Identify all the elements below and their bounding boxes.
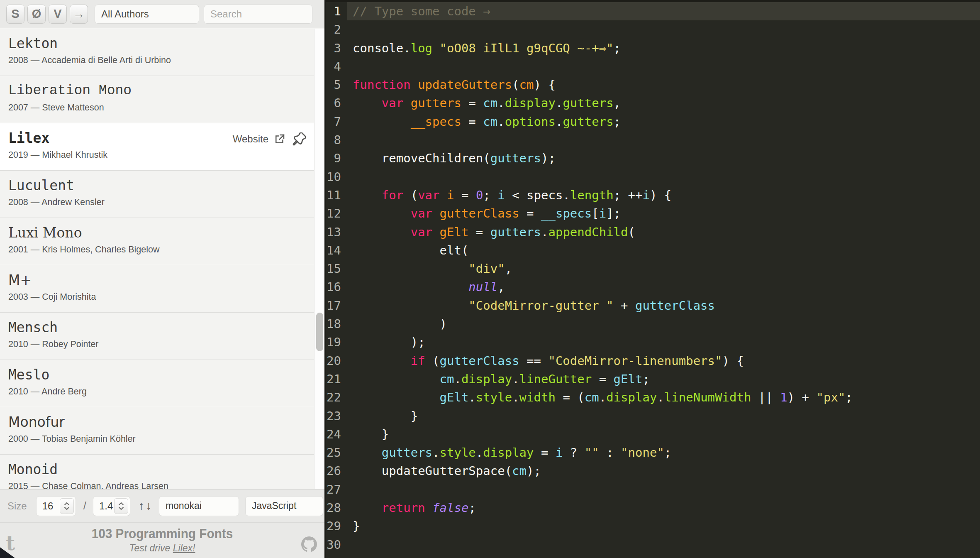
code-text[interactable] [347, 20, 980, 39]
chevron-down-icon [64, 507, 70, 510]
line-number: 15 [326, 259, 347, 278]
toolbar-buttons: SØV→ [6, 5, 91, 24]
font-list-item[interactable]: Monoid2015 — Chase Colman, Andreas Larse… [0, 455, 314, 489]
font-list-item[interactable]: Luxi Mono2001 — Kris Holmes, Charles Big… [0, 218, 314, 265]
code-text[interactable]: // Type some code → [347, 2, 980, 20]
code-text[interactable]: cm.display.lineGutter = gElt; [347, 370, 980, 388]
code-text[interactable]: "CodeMirror-gutter " + gutterClass [347, 296, 980, 315]
code-text[interactable]: "div", [347, 259, 980, 278]
font-list-item[interactable]: Luculent2008 — Andrew Kensler [0, 171, 314, 218]
down-arrow-icon[interactable]: ↓ [146, 499, 153, 512]
code-line: 28 return false; [326, 499, 980, 517]
pin-icon[interactable] [293, 132, 306, 146]
scrollbar-thumb[interactable] [316, 313, 323, 351]
toolbar-button-2[interactable]: V [49, 5, 67, 24]
code-text[interactable]: var gutterClass = __specs[i]; [347, 204, 980, 223]
code-line: 24 } [326, 425, 980, 443]
code-text[interactable] [347, 554, 980, 558]
line-number: 24 [326, 425, 347, 443]
code-text[interactable] [347, 536, 980, 554]
line-number: 13 [326, 223, 347, 241]
font-meta: 2010 — André Berg [8, 387, 314, 396]
search-input[interactable] [204, 5, 312, 24]
line-number: 25 [326, 443, 347, 462]
code-text[interactable]: } [347, 407, 980, 425]
code-text[interactable]: for (var i = 0; i < specs.length; ++i) { [347, 186, 980, 204]
code-text[interactable]: function updateGutters(cm) { [347, 76, 980, 94]
font-name: Luxi Mono [8, 225, 314, 241]
code-line: 3console.log "oO08 iIlL1 g9qCGQ ~-+⇒"; [326, 39, 980, 57]
tagline-link[interactable]: Lilex! [173, 543, 195, 553]
code-text[interactable]: updateGutterSpace(cm); [347, 462, 980, 480]
code-line: 30 [326, 536, 980, 554]
font-size-input[interactable] [36, 496, 76, 516]
code-line: 13 var gElt = gutters.appendChild( [326, 223, 980, 241]
code-editor[interactable]: 1// Type some code →23console.log "oO08 … [324, 0, 980, 558]
line-number: 14 [326, 241, 347, 259]
font-meta: 2000 — Tobias Benjamin Köhler [8, 434, 314, 444]
prev-next-font-arrows[interactable]: ↑↓ [139, 499, 153, 512]
external-link-icon[interactable] [273, 133, 286, 145]
github-icon[interactable] [301, 536, 317, 552]
language-select[interactable]: JavaScript [245, 496, 323, 516]
code-text[interactable]: return false; [347, 499, 980, 517]
code-line: 26 updateGutterSpace(cm); [326, 462, 980, 480]
code-line: 6 var gutters = cm.display.gutters, [326, 94, 980, 112]
code-text[interactable]: var gutters = cm.display.gutters, [347, 94, 980, 112]
author-filter-select[interactable]: All Authors [95, 5, 199, 24]
code-line: 4 [326, 57, 980, 76]
toolbar-button-3[interactable]: → [70, 5, 88, 24]
code-text[interactable] [347, 131, 980, 149]
font-list-item[interactable]: Monofur2000 — Tobias Benjamin Köhler [0, 407, 314, 455]
font-list-item[interactable]: Lilex2019 — Mikhael KhrustikWebsite [0, 123, 314, 171]
code-text[interactable]: gutters.style.display = i ? "" : "none"; [347, 443, 980, 462]
line-number: 7 [326, 113, 347, 131]
line-height-stepper[interactable] [114, 498, 128, 514]
line-number: 4 [326, 57, 347, 76]
code-text[interactable]: var gElt = gutters.appendChild( [347, 223, 980, 241]
code-text[interactable]: ); [347, 333, 980, 351]
font-list-scrollbar[interactable] [314, 29, 324, 489]
line-number: 28 [326, 499, 347, 517]
toolbar-button-0[interactable]: S [6, 5, 24, 24]
code-text[interactable]: gElt.style.width = (cm.display.lineNumWi… [347, 388, 980, 406]
tagline-text: Test drive [129, 543, 173, 553]
font-list-item[interactable]: Mensch2010 — Robey Pointer [0, 313, 314, 360]
theme-select[interactable]: monokai [159, 496, 239, 516]
code-text[interactable]: elt( [347, 241, 980, 259]
code-text[interactable]: removeChildren(gutters); [347, 149, 980, 167]
toolbar-button-1[interactable]: Ø [27, 5, 46, 24]
font-meta: 2015 — Chase Colman, Andreas Larsen [8, 481, 314, 489]
font-meta: 2010 — Robey Pointer [8, 339, 314, 349]
font-list-item[interactable]: Lekton2008 — Accademia di Belle Arti di … [0, 29, 314, 76]
website-link[interactable]: Website [233, 133, 268, 145]
line-number: 20 [326, 352, 347, 370]
line-number: 18 [326, 315, 347, 333]
code-text[interactable] [347, 168, 980, 186]
code-text[interactable]: console.log "oO08 iIlL1 g9qCGQ ~-+⇒"; [347, 39, 980, 57]
font-list-item[interactable]: Meslo2010 — André Berg [0, 360, 314, 407]
code-text[interactable]: __specs = cm.options.gutters; [347, 113, 980, 131]
line-height-input[interactable] [93, 496, 130, 516]
up-arrow-icon[interactable]: ↑ [139, 499, 146, 512]
code-text[interactable]: ) [347, 315, 980, 333]
line-number: 26 [326, 462, 347, 480]
corner-wedge [0, 547, 15, 558]
code-text[interactable]: } [347, 425, 980, 443]
font-size-stepper[interactable] [60, 498, 74, 514]
website-box: Website [233, 132, 306, 146]
code-text[interactable] [347, 480, 980, 499]
line-number: 17 [326, 296, 347, 315]
code-text[interactable] [347, 57, 980, 76]
code-text[interactable]: } [347, 517, 980, 535]
font-list-item[interactable]: M+2003 — Coji Morishita [0, 265, 314, 313]
line-number: 12 [326, 204, 347, 223]
font-name: Monoid [8, 462, 314, 477]
font-meta: 2007 — Steve Matteson [8, 103, 314, 113]
code-line: 23 } [326, 407, 980, 425]
code-text[interactable]: if (gutterClass == "CodeMirror-linenumbe… [347, 352, 980, 370]
font-name: Mensch [8, 320, 314, 335]
line-number: 22 [326, 388, 347, 406]
code-text[interactable]: null, [347, 278, 980, 296]
font-list-item[interactable]: Liberation Mono2007 — Steve Matteson [0, 76, 314, 123]
